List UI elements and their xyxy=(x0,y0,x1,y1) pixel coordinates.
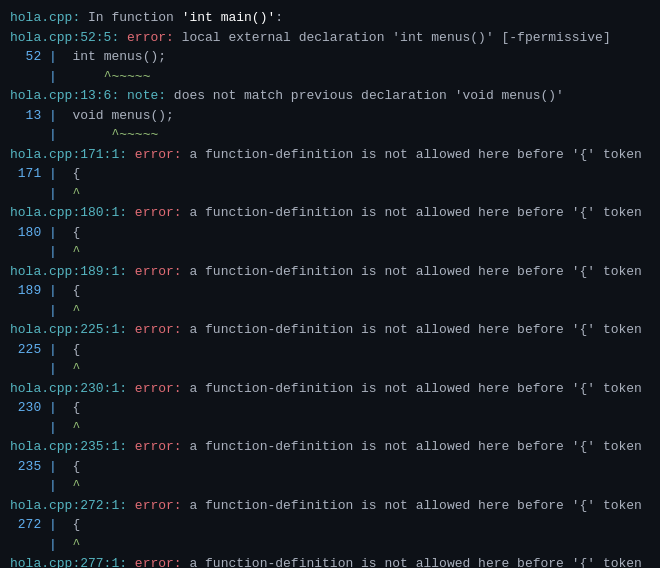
terminal-line: hola.cpp:189:1: error: a function-defini… xyxy=(10,262,650,282)
terminal-text: ^ xyxy=(65,303,81,318)
terminal-text: | xyxy=(49,186,65,201)
terminal-text: | xyxy=(49,420,65,435)
terminal-text: | xyxy=(49,303,65,318)
terminal-text: error: xyxy=(135,439,190,454)
terminal-line: | ^~~~~~ xyxy=(10,67,650,87)
terminal-line: 52 | int menus(); xyxy=(10,47,650,67)
terminal-text: { xyxy=(65,225,81,240)
terminal-text xyxy=(10,478,49,493)
terminal-line: | ^ xyxy=(10,418,650,438)
terminal-text xyxy=(10,361,49,376)
terminal-text: { xyxy=(65,517,81,532)
terminal-text xyxy=(10,186,49,201)
terminal-line: 180 | { xyxy=(10,223,650,243)
terminal-text xyxy=(10,127,49,142)
terminal-line: 230 | { xyxy=(10,398,650,418)
terminal-text: hola.cpp:180:1: xyxy=(10,205,135,220)
terminal-text xyxy=(10,244,49,259)
terminal-text xyxy=(10,69,49,84)
terminal-text: 235 xyxy=(10,459,49,474)
terminal-text: 'int main()' xyxy=(182,10,276,25)
terminal-text: | xyxy=(49,459,65,474)
terminal-text: | xyxy=(49,225,65,240)
terminal-text: ^ xyxy=(65,244,81,259)
terminal-text: 52 xyxy=(10,49,49,64)
terminal-text: error: xyxy=(135,264,190,279)
terminal-text: | xyxy=(49,517,65,532)
terminal-line: hola.cpp:52:5: error: local external dec… xyxy=(10,28,650,48)
terminal-line: hola.cpp:230:1: error: a function-defini… xyxy=(10,379,650,399)
terminal-text: ^ xyxy=(65,361,81,376)
terminal-text: | xyxy=(49,361,65,376)
terminal-line: 171 | { xyxy=(10,164,650,184)
terminal-line: | ^ xyxy=(10,301,650,321)
terminal-text: | xyxy=(49,127,65,142)
terminal-text: { xyxy=(65,283,81,298)
terminal-text: { xyxy=(65,342,81,357)
terminal-line: hola.cpp:277:1: error: a function-defini… xyxy=(10,554,650,568)
terminal-text: a function-definition is not allowed her… xyxy=(189,439,641,454)
terminal-text: a function-definition is not allowed her… xyxy=(189,556,641,568)
terminal-text: note: xyxy=(127,88,174,103)
terminal-text: hola.cpp: xyxy=(10,10,80,25)
terminal-text: a function-definition is not allowed her… xyxy=(189,147,641,162)
terminal-line: | ^ xyxy=(10,184,650,204)
terminal-text: 230 xyxy=(10,400,49,415)
terminal-text: error: xyxy=(127,30,182,45)
terminal-line: hola.cpp:235:1: error: a function-defini… xyxy=(10,437,650,457)
terminal-text: hola.cpp:230:1: xyxy=(10,381,135,396)
terminal-line: hola.cpp:171:1: error: a function-defini… xyxy=(10,145,650,165)
terminal-text: hola.cpp:13:6: xyxy=(10,88,127,103)
terminal-text: hola.cpp:277:1: xyxy=(10,556,135,568)
terminal-text: | xyxy=(49,478,65,493)
terminal-output: hola.cpp: In function 'int main()':hola.… xyxy=(0,0,660,568)
terminal-line: | ^ xyxy=(10,535,650,555)
terminal-text: In function xyxy=(80,10,181,25)
terminal-text: 225 xyxy=(10,342,49,357)
terminal-text: int menus(); xyxy=(65,49,166,64)
terminal-text: 13 xyxy=(10,108,49,123)
terminal-line: | ^ xyxy=(10,476,650,496)
terminal-text: error: xyxy=(135,205,190,220)
terminal-text: | xyxy=(49,283,65,298)
terminal-line: 235 | { xyxy=(10,457,650,477)
terminal-line: hola.cpp:180:1: error: a function-defini… xyxy=(10,203,650,223)
terminal-text: a function-definition is not allowed her… xyxy=(189,381,641,396)
terminal-text: void menus(); xyxy=(65,108,174,123)
terminal-line: hola.cpp: In function 'int main()': xyxy=(10,8,650,28)
terminal-text: hola.cpp:52:5: xyxy=(10,30,127,45)
terminal-text: ^ xyxy=(65,186,81,201)
terminal-text xyxy=(10,420,49,435)
terminal-line: 272 | { xyxy=(10,515,650,535)
terminal-text: error: xyxy=(135,381,190,396)
terminal-text: { xyxy=(65,400,81,415)
terminal-text xyxy=(10,303,49,318)
terminal-text: | xyxy=(49,342,65,357)
terminal-text: 272 xyxy=(10,517,49,532)
terminal-text: error: xyxy=(135,322,190,337)
terminal-text: 180 xyxy=(10,225,49,240)
terminal-text: a function-definition is not allowed her… xyxy=(189,264,641,279)
terminal-text: hola.cpp:272:1: xyxy=(10,498,135,513)
terminal-text: | xyxy=(49,537,65,552)
terminal-text: hola.cpp:225:1: xyxy=(10,322,135,337)
terminal-text xyxy=(10,537,49,552)
terminal-line: 13 | void menus(); xyxy=(10,106,650,126)
terminal-text: | xyxy=(49,400,65,415)
terminal-text: { xyxy=(65,166,81,181)
terminal-text: ^~~~~~ xyxy=(65,127,159,142)
terminal-line: hola.cpp:272:1: error: a function-defini… xyxy=(10,496,650,516)
terminal-text: a function-definition is not allowed her… xyxy=(189,205,641,220)
terminal-text: error: xyxy=(135,147,190,162)
terminal-text: | xyxy=(49,244,65,259)
terminal-text: { xyxy=(65,459,81,474)
terminal-line: 189 | { xyxy=(10,281,650,301)
terminal-line: hola.cpp:225:1: error: a function-defini… xyxy=(10,320,650,340)
terminal-line: | ^ xyxy=(10,242,650,262)
terminal-text: | xyxy=(49,166,65,181)
terminal-text: 171 xyxy=(10,166,49,181)
terminal-text: hola.cpp:171:1: xyxy=(10,147,135,162)
terminal-line: | ^ xyxy=(10,359,650,379)
terminal-text: ^ xyxy=(65,420,81,435)
terminal-text: local external declaration 'int menus()'… xyxy=(182,30,611,45)
